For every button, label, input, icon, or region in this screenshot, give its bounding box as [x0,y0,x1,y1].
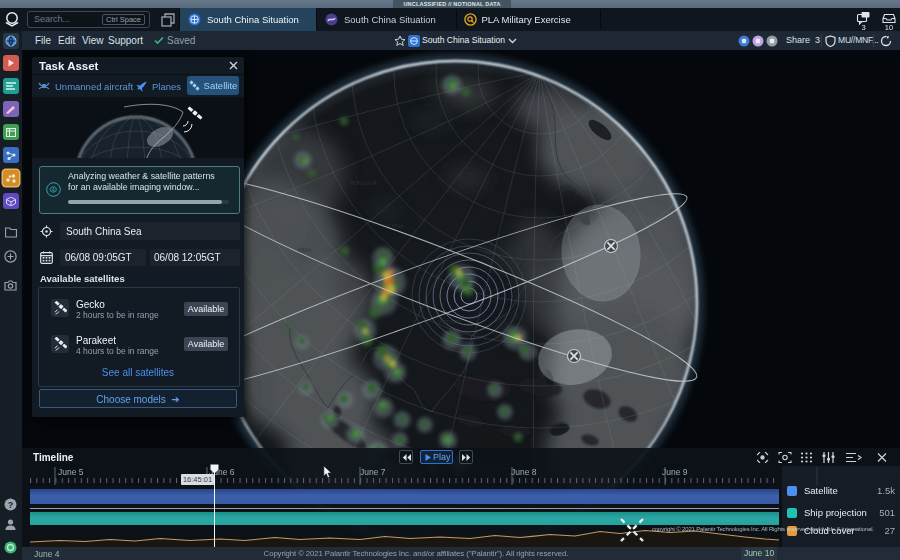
svg-text:?: ? [8,500,14,510]
svg-text:copyright © 2021 Palantir Tech: copyright © 2021 Palantir Technologies I… [652,526,874,532]
svg-text:3: 3 [861,23,865,31]
svg-text:10: 10 [885,23,893,31]
